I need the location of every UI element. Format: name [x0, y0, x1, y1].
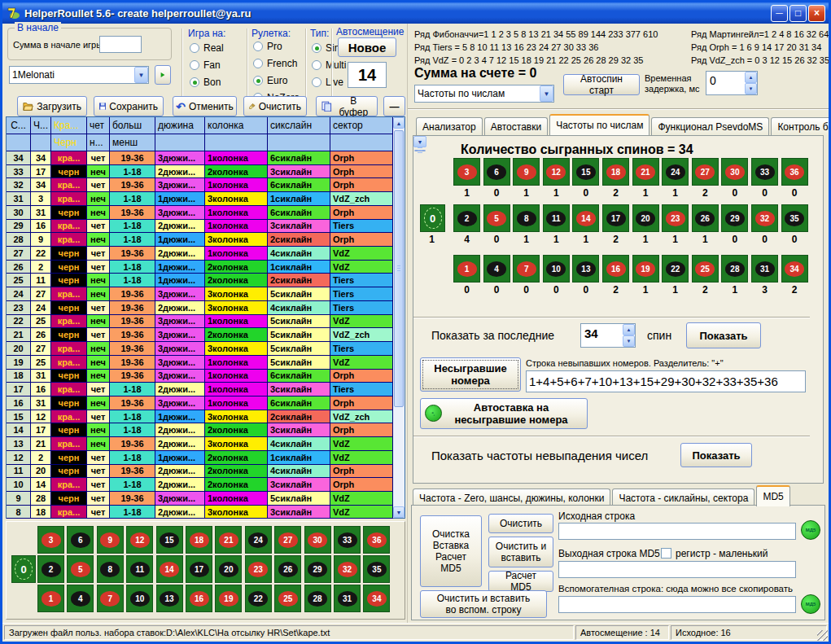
load-button[interactable]: Загрузить: [17, 96, 87, 116]
chevron-down-icon[interactable]: ▼: [134, 67, 148, 83]
radio-multi[interactable]: Multi: [312, 56, 348, 73]
md5-big-button[interactable]: Очистка Вставка Расчет MD5: [420, 515, 482, 587]
tab-функционал-psevdoms[interactable]: Функционал PsevdoMS: [651, 117, 769, 135]
board-number-33[interactable]: 33: [334, 526, 361, 554]
new-button[interactable]: Новое: [338, 37, 396, 57]
tab-частота-сиклайны-сектора[interactable]: Частота - сиклайны, сектора: [612, 488, 754, 506]
tab-автоставки[interactable]: Автоставки: [484, 117, 549, 135]
radio-french[interactable]: French: [253, 55, 300, 72]
md5-calc-button[interactable]: Расчет MD5: [488, 571, 553, 592]
board-number-25[interactable]: 25: [274, 585, 301, 612]
board-number-32[interactable]: 32: [334, 555, 361, 583]
board-number-22[interactable]: 22: [245, 585, 272, 612]
scroll-down-icon[interactable]: ▼: [413, 136, 426, 147]
close-icon[interactable]: ×: [808, 5, 825, 22]
md5-aux-paste-button[interactable]: Очистить и вставить во вспом. строку: [420, 590, 547, 618]
board-number-13[interactable]: 13: [156, 585, 183, 612]
board-number-1[interactable]: 1: [37, 585, 64, 612]
board-number-7[interactable]: 7: [97, 585, 124, 612]
board-number-31[interactable]: 31: [334, 585, 361, 612]
md5-clear-paste-button[interactable]: Очистить и вставить: [488, 537, 553, 567]
spin-down-icon[interactable]: ▼: [623, 335, 635, 347]
radio-pro[interactable]: Pro: [253, 37, 300, 55]
md5-run-icon[interactable]: МД5: [801, 520, 820, 540]
board-number-24[interactable]: 24: [245, 526, 272, 554]
run-preset-button[interactable]: [155, 65, 171, 85]
board-number-36[interactable]: 36: [363, 526, 390, 554]
spin-down-icon[interactable]: ▼: [745, 83, 757, 94]
tab-частоты-по-числам[interactable]: Частоты по числам: [549, 114, 649, 135]
board-number-12[interactable]: 12: [126, 526, 153, 554]
board-number-18[interactable]: 18: [186, 526, 212, 554]
board-number-30[interactable]: 30: [304, 526, 331, 554]
board-number-4[interactable]: 4: [67, 585, 94, 612]
board-number-0[interactable]: 0: [11, 555, 36, 583]
preset-combo[interactable]: 1Melonati ▼: [9, 66, 149, 84]
show-last-spinner[interactable]: 34 ▲▼: [580, 323, 636, 348]
minus-button[interactable]: —: [383, 96, 405, 116]
title-bar[interactable]: HelperRoullet 5.6- create helperroullet@…: [2, 2, 829, 24]
board-number-19[interactable]: 19: [215, 585, 242, 612]
tab-md5[interactable]: MD5: [756, 485, 789, 506]
board-number-2[interactable]: 2: [37, 555, 64, 583]
not-played-button[interactable]: Несыгравшие номера: [420, 357, 521, 392]
autobet-button[interactable]: Автоставка на несыгравшие номера: [420, 398, 588, 429]
md5-clear-button[interactable]: Очистить: [488, 514, 553, 533]
board-number-35[interactable]: 35: [363, 555, 390, 583]
register-checkbox[interactable]: [661, 548, 671, 559]
board-number-23[interactable]: 23: [245, 555, 272, 583]
start-sum-input[interactable]: [99, 36, 142, 53]
scroll-down-icon[interactable]: ▼: [393, 506, 405, 518]
resize-grip[interactable]: [817, 630, 828, 641]
not-played-field[interactable]: 1+4+5+6+7+10+13+15+29+30+32+33+35+36: [526, 370, 806, 392]
show-freq-button[interactable]: Показать: [680, 443, 752, 467]
chevron-down-icon[interactable]: ▼: [540, 85, 553, 102]
radio-euro[interactable]: Euro: [253, 72, 300, 89]
board-number-6[interactable]: 6: [67, 526, 94, 554]
clear-button[interactable]: Очистить: [243, 96, 307, 116]
board-number-10[interactable]: 10: [126, 585, 153, 612]
minimize-icon[interactable]: ─: [771, 5, 788, 22]
freq-scroll-thumb[interactable]: [414, 150, 426, 151]
board-number-28[interactable]: 28: [304, 585, 331, 612]
board-number-34[interactable]: 34: [363, 585, 390, 612]
board-number-26[interactable]: 26: [274, 555, 301, 583]
board-number-29[interactable]: 29: [304, 555, 331, 583]
md5-out-input[interactable]: [558, 561, 796, 578]
show-button[interactable]: Показать: [686, 322, 761, 348]
board-number-9[interactable]: 9: [97, 526, 124, 554]
autospin-button[interactable]: Автоспин старт: [563, 74, 640, 95]
tab-частота-zero-шансы-дюжины-колонки[interactable]: Частота - Zero, шансы, дюжины, колонки: [413, 488, 610, 506]
table-scrollbar[interactable]: ▲ ▼: [393, 117, 405, 518]
spin-up-icon[interactable]: ▲: [745, 72, 757, 83]
tab-анализатор[interactable]: Анализатор: [416, 117, 483, 135]
board-number-20[interactable]: 20: [215, 555, 242, 583]
radio-fan[interactable]: Fan: [190, 56, 224, 73]
scroll-up-icon[interactable]: ▲: [393, 117, 405, 129]
board-number-8[interactable]: 8: [97, 555, 124, 583]
maximize-icon[interactable]: □: [789, 5, 807, 22]
board-number-3[interactable]: 3: [37, 526, 64, 554]
spin-up-icon[interactable]: ▲: [623, 324, 635, 335]
board-number-17[interactable]: 17: [186, 555, 212, 583]
radio-bon[interactable]: Bon: [190, 73, 224, 90]
board-number-11[interactable]: 11: [126, 555, 153, 583]
radio-live[interactable]: Live: [312, 73, 348, 90]
md5-aux-input[interactable]: [558, 596, 796, 613]
undo-button[interactable]: ↶ Отменить: [173, 96, 237, 116]
board-number-5[interactable]: 5: [67, 555, 94, 583]
radio-real[interactable]: Real: [190, 39, 224, 56]
board-number-27[interactable]: 27: [274, 526, 301, 554]
md5-aux-run-icon[interactable]: МД5: [801, 594, 820, 614]
delay-spinner[interactable]: 0 ▲▼: [706, 71, 758, 95]
board-number-21[interactable]: 21: [215, 526, 242, 554]
board-number-14[interactable]: 14: [156, 555, 183, 583]
table-scroll-thumb[interactable]: [394, 130, 404, 407]
board-number-15[interactable]: 15: [156, 526, 183, 554]
save-button[interactable]: Сохранить: [94, 96, 164, 116]
copy-button[interactable]: В буфер: [316, 96, 378, 116]
md5-source-input[interactable]: [558, 523, 796, 540]
mode-combo[interactable]: Частоты по числам ▼: [414, 85, 554, 103]
board-number-16[interactable]: 16: [186, 585, 212, 612]
tab-контроль-банкро[interactable]: Контроль банкро: [771, 117, 831, 135]
